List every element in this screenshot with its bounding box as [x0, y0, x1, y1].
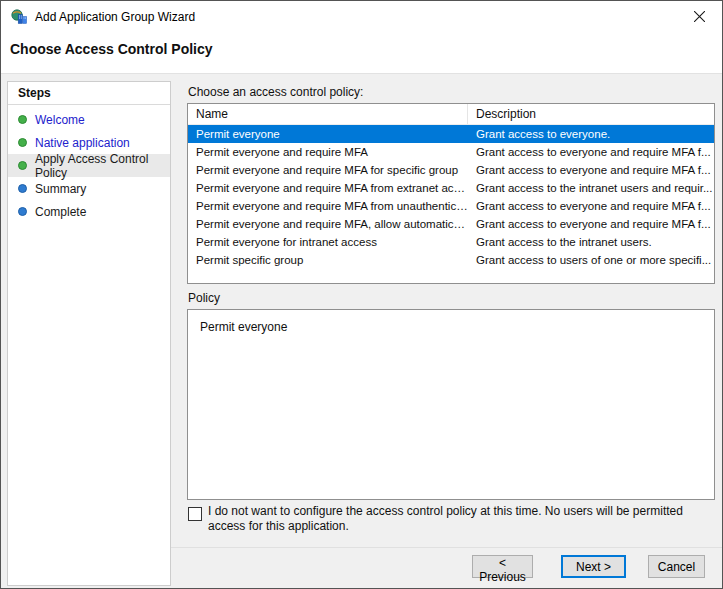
policy-name-cell: Permit everyone and require MFA from ext…: [188, 179, 468, 197]
steps-sidebar: Steps WelcomeNative applicationApply Acc…: [7, 81, 171, 586]
policy-table-rows: Permit everyoneGrant access to everyone.…: [188, 125, 714, 269]
policy-row[interactable]: Permit everyone for intranet accessGrant…: [188, 233, 714, 251]
policy-row[interactable]: Permit everyone and require MFA from ext…: [188, 179, 714, 197]
previous-button[interactable]: < Previous: [472, 555, 533, 578]
step-label: Summary: [35, 182, 86, 196]
policy-table: Name Description Permit everyoneGrant ac…: [187, 103, 715, 284]
skip-policy-checkbox[interactable]: [188, 507, 202, 521]
policy-table-header: Name Description: [188, 104, 714, 125]
column-header-description[interactable]: Description: [468, 104, 714, 124]
policy-description-cell: Grant access to everyone and require MFA…: [468, 161, 714, 179]
step-label: Complete: [35, 205, 86, 219]
steps-list: WelcomeNative applicationApply Access Co…: [8, 105, 170, 223]
policy-row[interactable]: Permit everyone and require MFA from una…: [188, 197, 714, 215]
step-label: Welcome: [35, 113, 85, 127]
policy-row[interactable]: Permit specific groupGrant access to use…: [188, 251, 714, 269]
add-application-group-wizard-dialog: Add Application Group Wizard Choose Acce…: [0, 0, 723, 589]
skip-policy-checkbox-label[interactable]: I do not want to configure the access co…: [208, 504, 714, 534]
window-title: Add Application Group Wizard: [35, 1, 195, 33]
step-bullet-icon: [18, 207, 27, 216]
policy-row[interactable]: Permit everyoneGrant access to everyone.: [188, 125, 714, 143]
close-icon: [694, 10, 705, 25]
policy-list-label: Choose an access control policy:: [188, 85, 363, 99]
close-button[interactable]: [676, 1, 722, 33]
policy-name-cell: Permit specific group: [188, 251, 468, 269]
adfs-app-icon: [11, 9, 27, 25]
next-button[interactable]: Next >: [561, 555, 626, 578]
policy-row[interactable]: Permit everyone and require MFA for spec…: [188, 161, 714, 179]
step-bullet-icon: [18, 161, 27, 170]
step-bullet-icon: [18, 184, 27, 193]
step-bullet-icon: [18, 115, 27, 124]
policy-row[interactable]: Permit everyone and require MFAGrant acc…: [188, 143, 714, 161]
sidebar-step-welcome[interactable]: Welcome: [8, 108, 170, 131]
cancel-button[interactable]: Cancel: [648, 555, 705, 578]
policy-description-cell: Grant access to the intranet users.: [468, 233, 714, 251]
sidebar-step-summary: Summary: [8, 177, 170, 200]
policy-name-cell: Permit everyone: [188, 125, 468, 143]
policy-description-cell: Grant access to the intranet users and r…: [468, 179, 714, 197]
step-bullet-icon: [18, 138, 27, 147]
policy-name-cell: Permit everyone and require MFA from una…: [188, 197, 468, 215]
page-title: Choose Access Control Policy: [10, 41, 213, 57]
title-bar: Add Application Group Wizard: [1, 1, 722, 33]
policy-row[interactable]: Permit everyone and require MFA, allow a…: [188, 215, 714, 233]
step-label: Apply Access Control Policy: [35, 152, 170, 180]
footer-divider: [171, 547, 722, 548]
policy-name-cell: Permit everyone for intranet access: [188, 233, 468, 251]
column-header-name[interactable]: Name: [188, 104, 468, 124]
policy-description-cell: Grant access to everyone and require MFA…: [468, 143, 714, 161]
steps-heading: Steps: [8, 82, 170, 105]
policy-description-cell: Grant access to everyone.: [468, 125, 714, 143]
policy-description-cell: Grant access to everyone and require MFA…: [468, 197, 714, 215]
policy-name-cell: Permit everyone and require MFA for spec…: [188, 161, 468, 179]
policy-section-label: Policy: [188, 291, 220, 305]
sidebar-step-complete: Complete: [8, 200, 170, 223]
policy-name-cell: Permit everyone and require MFA: [188, 143, 468, 161]
policy-detail-box: Permit everyone: [187, 309, 715, 500]
policy-name-cell: Permit everyone and require MFA, allow a…: [188, 215, 468, 233]
policy-description-cell: Grant access to everyone and require MFA…: [468, 215, 714, 233]
step-label: Native application: [35, 136, 130, 150]
policy-detail-text: Permit everyone: [200, 320, 287, 334]
sidebar-step-apply-access-control-policy: Apply Access Control Policy: [8, 154, 170, 177]
policy-description-cell: Grant access to users of one or more spe…: [468, 251, 714, 269]
